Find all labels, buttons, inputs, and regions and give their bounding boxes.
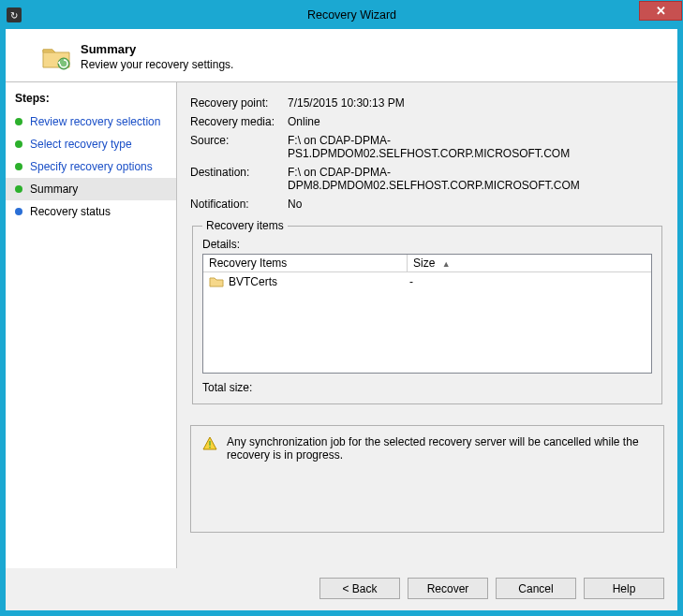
kv-value: F:\ on CDAP-DPMA-DPM8.DPMDOM02.SELFHOST.… [288,166,664,192]
warning-panel: Any synchronization job for the selected… [190,425,664,533]
kv-value: 7/15/2015 10:30:13 PM [288,96,664,110]
step-label: Specify recovery options [30,160,153,173]
table-row[interactable]: BVTCerts - [203,272,651,291]
warning-icon [202,436,217,451]
kv-source: Source: F:\ on CDAP-DPMA-PS1.DPMDOM02.SE… [190,131,664,163]
recovery-wizard-window: ↻ Recovery Wizard ✕ Summary Review your … [0,0,683,616]
help-button[interactable]: Help [584,578,664,599]
steps-heading: Steps: [6,88,176,110]
column-header-text: Size [413,257,435,270]
steps-sidebar: Steps: Review recovery selection Select … [6,82,177,568]
step-bullet-icon [15,185,22,193]
back-button[interactable]: < Back [319,578,400,599]
page-subtitle: Review your recovery settings. [81,58,233,71]
step-label: Review recovery selection [30,115,160,128]
total-size-row: Total size: [202,381,652,394]
step-bullet-icon [15,118,22,125]
summary-folder-icon [41,42,71,72]
step-select-recovery-type[interactable]: Select recovery type [6,133,176,155]
kv-label: Source: [190,134,288,160]
recovery-items-legend: Recovery items [202,219,288,232]
column-header-text: Recovery Items [209,257,287,270]
column-header-size[interactable]: Size ▲ [408,255,651,271]
cell-item-size: - [409,275,646,288]
kv-recovery-point: Recovery point: 7/15/2015 10:30:13 PM [190,94,664,112]
titlebar: ↻ Recovery Wizard ✕ [1,1,682,29]
kv-value: Online [288,115,664,128]
recover-button[interactable]: Recover [408,578,488,599]
step-specify-recovery-options[interactable]: Specify recovery options [6,155,176,178]
kv-destination: Destination: F:\ on CDAP-DPMA-DPM8.DPMDO… [190,163,664,195]
kv-notification: Notification: No [190,195,664,213]
main-panel: Recovery point: 7/15/2015 10:30:13 PM Re… [177,82,677,568]
step-label: Select recovery type [30,138,132,151]
total-size-label: Total size: [202,381,268,394]
recovery-items-group: Recovery items Details: Recovery Items S… [192,219,662,404]
kv-recovery-media: Recovery media: Online [190,112,664,131]
page-title: Summary [81,42,233,56]
header-pane: Summary Review your recovery settings. [6,29,677,81]
close-button[interactable]: ✕ [639,1,682,21]
svg-rect-3 [209,447,210,448]
column-header-items[interactable]: Recovery Items [203,255,408,271]
kv-label: Destination: [190,166,288,192]
step-bullet-icon [15,163,22,170]
window-title: Recovery Wizard [22,8,682,22]
item-name-text: BVTCerts [229,275,277,288]
cancel-button[interactable]: Cancel [496,578,576,599]
step-bullet-icon [15,208,22,215]
step-label: Recovery status [30,205,111,218]
wizard-button-row: < Back Recover Cancel Help [6,568,677,610]
step-bullet-icon [15,140,22,148]
cell-item-name: BVTCerts [209,274,409,289]
window-body: Summary Review your recovery settings. S… [1,29,682,615]
step-review-recovery-selection[interactable]: Review recovery selection [6,110,176,133]
warning-text: Any synchronization job for the selected… [227,435,652,462]
grid-header: Recovery Items Size ▲ [203,255,651,272]
step-label: Summary [30,183,78,196]
kv-label: Recovery media: [190,115,288,128]
recovery-items-grid[interactable]: Recovery Items Size ▲ [202,254,652,374]
svg-rect-2 [209,441,210,446]
sort-ascending-icon: ▲ [442,259,451,269]
header-texts: Summary Review your recovery settings. [81,42,233,71]
step-summary[interactable]: Summary [6,178,176,200]
kv-value: No [288,198,664,211]
close-icon: ✕ [656,4,666,18]
app-icon: ↻ [7,7,22,22]
step-recovery-status: Recovery status [6,200,176,223]
kv-value: F:\ on CDAP-DPMA-PS1.DPMDOM02.SELFHOST.C… [288,134,664,160]
folder-icon [209,274,224,289]
kv-label: Recovery point: [190,96,288,110]
content-row: Steps: Review recovery selection Select … [6,81,677,568]
kv-label: Notification: [190,198,288,211]
details-label: Details: [202,238,652,251]
